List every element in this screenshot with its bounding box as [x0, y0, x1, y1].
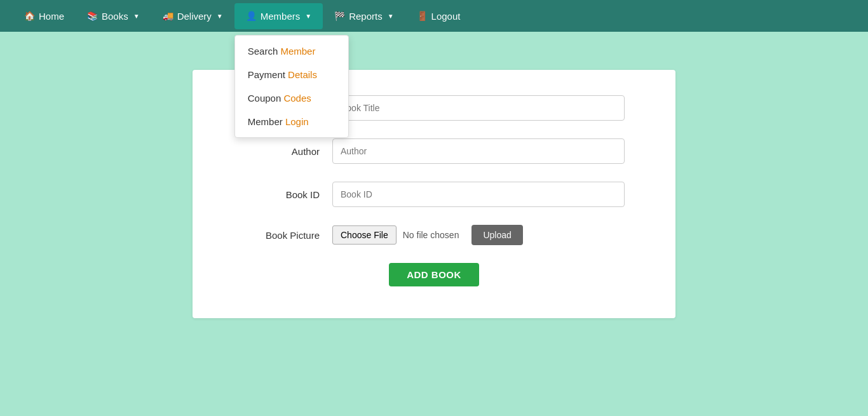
choose-file-button[interactable]: Choose File — [332, 225, 397, 245]
add-book-button[interactable]: ADD BOOK — [389, 263, 479, 286]
home-icon: 🏠 — [24, 11, 35, 21]
file-input-group: Choose File No file chosen Upload — [332, 225, 523, 245]
members-icon: 👤 — [246, 11, 257, 21]
dropdown-payment-details[interactable]: Payment Details — [235, 63, 348, 86]
nav-reports[interactable]: 🏁 Reports ▼ — [323, 3, 405, 29]
nav-delivery[interactable]: 🚚 Delivery ▼ — [151, 3, 234, 29]
book-picture-row: Book Picture Choose File No file chosen … — [243, 225, 625, 245]
book-id-label: Book ID — [243, 189, 332, 200]
nav-home[interactable]: 🏠 Home — [13, 3, 76, 29]
page-content: Book Title Author Book ID Book Picture C… — [0, 32, 868, 356]
dropdown-member-login[interactable]: Member Login — [235, 110, 348, 133]
reports-icon: 🏁 — [334, 11, 345, 21]
book-id-row: Book ID — [243, 182, 625, 207]
no-file-text: No file chosen — [403, 230, 459, 240]
book-picture-label: Book Picture — [243, 230, 332, 241]
members-caret-icon: ▼ — [305, 13, 311, 20]
delivery-icon: 🚚 — [163, 11, 173, 21]
members-dropdown: Search Member Payment Details Coupon Cod… — [234, 35, 349, 138]
author-input[interactable] — [332, 138, 625, 164]
reports-caret-icon: ▼ — [388, 13, 394, 20]
author-row: Author — [243, 138, 625, 164]
book-id-input[interactable] — [332, 182, 625, 207]
dropdown-search-member[interactable]: Search Member — [235, 39, 348, 63]
dropdown-coupon-codes[interactable]: Coupon Codes — [235, 86, 348, 110]
author-label: Author — [243, 146, 332, 157]
upload-button[interactable]: Upload — [471, 225, 522, 245]
delivery-caret-icon: ▼ — [217, 13, 223, 20]
book-title-input[interactable] — [332, 95, 625, 121]
books-icon: 📚 — [87, 11, 98, 21]
nav-members[interactable]: 👤 Members ▼ Search Member Payment Detail… — [234, 3, 323, 29]
navbar: 🏠 Home 📚 Books ▼ 🚚 Delivery ▼ 👤 Members … — [0, 0, 868, 32]
nav-logout[interactable]: 🚪 Logout — [405, 3, 472, 29]
logout-icon: 🚪 — [417, 11, 428, 21]
add-book-row: ADD BOOK — [243, 263, 625, 286]
books-caret-icon: ▼ — [133, 13, 140, 20]
nav-books[interactable]: 📚 Books ▼ — [76, 3, 151, 29]
